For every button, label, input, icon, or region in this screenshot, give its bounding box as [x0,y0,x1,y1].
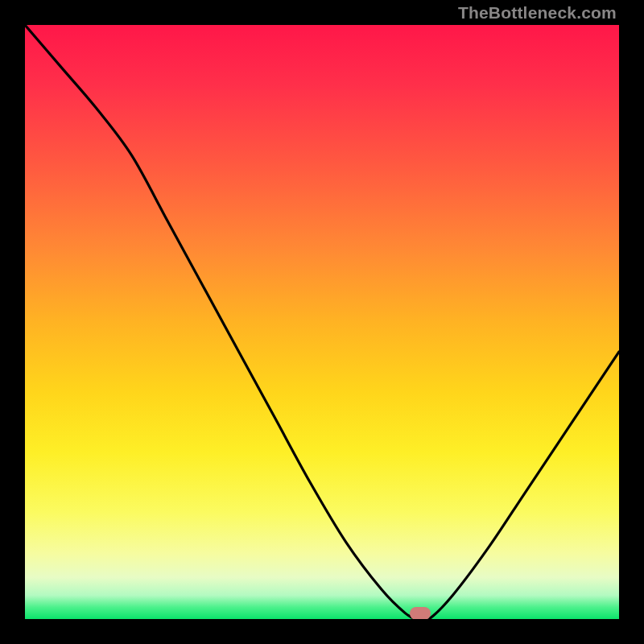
plot-area [25,25,619,619]
bottleneck-curve [25,25,619,619]
watermark-text: TheBottleneck.com [458,3,617,23]
optimal-marker [410,607,431,619]
chart-frame: TheBottleneck.com [0,0,644,644]
